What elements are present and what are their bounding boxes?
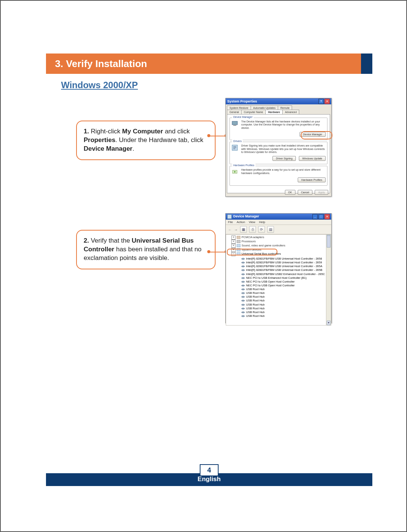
toolbar-properties-icon[interactable]: ▦: [240, 226, 247, 233]
tree-item-label: USB Root Hub: [246, 291, 265, 295]
connector-dot-2a: [207, 250, 210, 253]
ok-button[interactable]: OK: [285, 190, 295, 195]
step-1-bold-1: My Computer: [122, 128, 163, 135]
tree-item[interactable]: +Sound, video and game controllers: [230, 244, 331, 248]
usb-device-icon: [241, 299, 245, 302]
tree-item[interactable]: Intel(R) 82801FB/FBM USB Universal Host …: [240, 268, 331, 272]
tree-item[interactable]: +Processors: [230, 240, 331, 244]
menu-view[interactable]: View: [249, 220, 255, 224]
tree-item[interactable]: Intel(R) 82801FB/FBM USB Universal Host …: [240, 257, 331, 261]
tab-hardware[interactable]: Hardware: [265, 110, 283, 114]
usb-device-icon: [241, 315, 245, 318]
tree-item[interactable]: USB Root Hub: [240, 299, 331, 303]
driver-signing-button[interactable]: Driver Signing: [272, 156, 296, 161]
tree-item-usb-controllers[interactable]: −Universal Serial Bus controllers Intel(…: [230, 252, 331, 319]
tree-item-label: Intel(R) 82801FB/FBM USB2 Enhanced Host …: [246, 272, 325, 276]
forward-icon[interactable]: →: [234, 228, 238, 232]
tree-item[interactable]: USB Root Hub: [240, 314, 331, 318]
tree-item[interactable]: USB Root Hub: [240, 291, 331, 295]
close-icon[interactable]: ×: [324, 99, 330, 104]
back-icon[interactable]: ←: [228, 228, 232, 232]
tree-item-label: PCMCIA adapters: [242, 235, 264, 239]
tab-general[interactable]: General: [227, 110, 242, 114]
device-manager-title: Device Manager: [233, 214, 259, 218]
step-1-text-a: Right-click: [89, 128, 122, 135]
tree-item[interactable]: USB Root Hub: [240, 310, 331, 314]
toolbar-refresh-icon[interactable]: ⟳: [258, 226, 265, 233]
tree-item-label: USB Root Hub: [246, 299, 265, 302]
tree-item[interactable]: NEC PCI to USB Open Host Controller: [240, 284, 331, 287]
maximize-icon[interactable]: □: [318, 214, 324, 219]
cancel-button[interactable]: Cancel: [298, 190, 313, 195]
section-title-bar: 3. Verify Installation: [46, 54, 372, 74]
tree-item[interactable]: Intel(R) 82801FB/FBM USB Universal Host …: [240, 264, 331, 268]
minimize-icon[interactable]: _: [312, 214, 318, 219]
hardware-profiles-button[interactable]: Hardware Profiles: [298, 177, 326, 182]
step-1-bold-3: Device Manager: [84, 145, 132, 152]
device-manager-window: Device Manager _ □ × File Action View He…: [225, 213, 332, 323]
tree-item-label: USB Root Hub: [246, 307, 265, 310]
menu-help[interactable]: Help: [259, 220, 265, 224]
tree-item[interactable]: Intel(R) 82801FB/FBM USB2 Enhanced Host …: [240, 272, 331, 276]
usb-device-icon: [241, 311, 245, 314]
connector-line-2: [209, 252, 225, 252]
svg-rect-1: [233, 125, 236, 126]
system-properties-window: System Properties ? × System Restore Aut…: [225, 98, 332, 197]
usb-device-icon: [241, 295, 245, 298]
connector-dot-1a: [207, 134, 210, 137]
group-drivers-text: Driver Signing lets you make sure that i…: [241, 144, 326, 154]
tree-item-label: Intel(R) 82801FB/FBM USB Universal Host …: [246, 264, 322, 268]
device-manager-icon: [231, 120, 238, 127]
category-icon: [237, 236, 240, 239]
tree-item[interactable]: Intel(R) 82801FB/FBM USB Universal Host …: [240, 261, 331, 264]
svg-point-4: [234, 171, 236, 173]
tab-computer-name[interactable]: Computer Name: [241, 110, 266, 114]
tree-item[interactable]: NEC PCI to USB Open Host Controller: [240, 280, 331, 284]
tree-item-label: USB Root Hub: [246, 310, 265, 314]
scroll-down-icon[interactable]: ▼: [327, 321, 330, 325]
windows-update-button[interactable]: Windows Update: [299, 156, 326, 161]
tree-item-label: USB Root Hub: [246, 287, 265, 291]
system-properties-titlebar: System Properties ? ×: [226, 98, 331, 104]
expand-icon[interactable]: +: [231, 248, 236, 252]
section-title: 3. Verify Installation: [46, 54, 361, 74]
category-icon: [237, 248, 240, 251]
toolbar-print-icon[interactable]: ⎙: [249, 226, 256, 233]
window-controls: _ □ ×: [312, 214, 330, 219]
footer-bar: English: [46, 473, 372, 486]
section-title-cap: [361, 54, 372, 74]
tree-item-label: NEC PCI to USB Open Host Controller: [246, 284, 295, 287]
expand-icon[interactable]: +: [231, 235, 236, 240]
connector-line-1: [209, 136, 225, 136]
tree-item[interactable]: USB Root Hub: [240, 307, 331, 310]
device-tree: +PCMCIA adapters +Processors +Sound, vid…: [226, 234, 331, 326]
usb-device-icon: [241, 280, 245, 283]
toolbar-scan-icon[interactable]: ▤: [267, 226, 274, 233]
tree-item[interactable]: USB Root Hub: [240, 287, 331, 291]
expand-icon[interactable]: +: [231, 240, 236, 244]
help-icon[interactable]: ?: [318, 99, 324, 104]
scroll-thumb[interactable]: [327, 235, 330, 248]
menu-action[interactable]: Action: [237, 220, 245, 224]
toolbar: ← → ▦ ⎙ ⟳ ▤: [226, 225, 331, 234]
hardware-panel: Device Manager The Device Manager lists …: [227, 114, 330, 193]
tree-item-label: Sound, video and game controllers: [242, 244, 285, 247]
group-hardware-profiles-text: Hardware profiles provide a way for you …: [241, 168, 326, 175]
tree-item[interactable]: USB Root Hub: [240, 303, 331, 307]
device-manager-button[interactable]: Device Manager: [300, 132, 326, 137]
apply-button[interactable]: Apply: [315, 190, 328, 195]
tree-item-label: System devices: [242, 248, 262, 251]
hardware-profiles-icon: [231, 168, 238, 175]
close-icon[interactable]: ×: [324, 214, 330, 219]
tree-item[interactable]: +System devices: [230, 248, 331, 252]
tree-item[interactable]: USB Root Hub: [240, 295, 331, 299]
dialog-button-row: OK Cancel Apply: [285, 190, 328, 195]
tree-item-label: USB Root Hub: [246, 295, 265, 298]
tree-item[interactable]: +PCMCIA adapters: [230, 235, 331, 240]
expand-icon[interactable]: +: [231, 244, 236, 248]
tree-item[interactable]: NEC PCI to USB Enhanced Host Controller …: [240, 276, 331, 280]
collapse-icon[interactable]: −: [231, 252, 236, 256]
menu-file[interactable]: File: [228, 220, 233, 224]
scrollbar[interactable]: ▲ ▼: [326, 235, 331, 325]
tab-advanced[interactable]: Advanced: [282, 110, 299, 114]
